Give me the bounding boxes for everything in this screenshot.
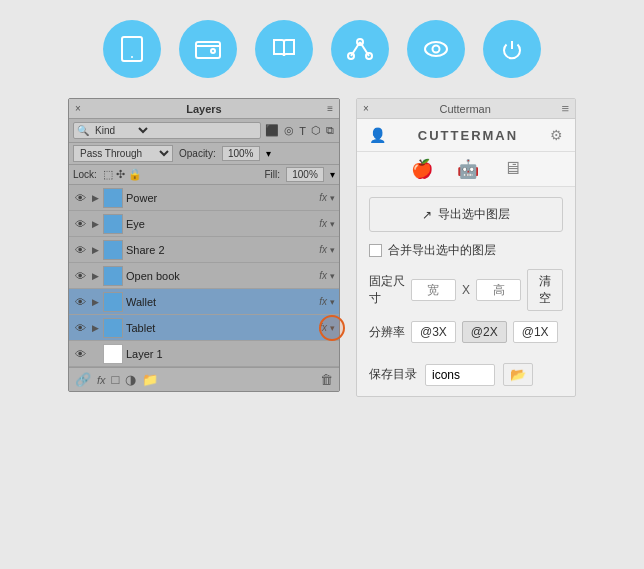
layer-item-layer1[interactable]: 👁 ▶ Layer 1	[69, 341, 339, 367]
svg-rect-2	[196, 42, 220, 58]
user-icon[interactable]: 👤	[369, 127, 386, 143]
eye-visibility-openbook[interactable]: 👁	[73, 270, 87, 282]
opacity-input[interactable]	[222, 146, 260, 161]
expand-share2[interactable]: ▶	[90, 245, 100, 255]
pixel-icon[interactable]: ⬛	[264, 123, 280, 138]
cutterman-logo: CUTTERMAN	[418, 128, 518, 143]
export-button[interactable]: ↗ 导出选中图层	[369, 197, 563, 232]
lock-move[interactable]: ✣	[116, 168, 125, 181]
layers-titlebar: × Layers ≡	[69, 99, 339, 119]
res-3x-btn[interactable]: @3X	[411, 321, 456, 343]
res-1x-btn[interactable]: @1X	[513, 321, 558, 343]
eye-visibility-share2[interactable]: 👁	[73, 244, 87, 256]
gear-icon[interactable]: ⚙	[550, 127, 563, 143]
lock-icons: ⬚ ✣ 🔒	[103, 168, 142, 181]
trash-icon[interactable]: 🗑	[320, 372, 333, 387]
eye-visibility-wallet[interactable]: 👁	[73, 296, 87, 308]
eye-visibility-tablet[interactable]: 👁	[73, 322, 87, 334]
expand-openbook[interactable]: ▶	[90, 271, 100, 281]
folder-icon[interactable]: 📁	[142, 372, 158, 387]
layers-bottom-toolbar: 🔗 fx □ ◑ 📁 🗑	[69, 367, 339, 391]
opacity-arrow[interactable]: ▾	[266, 148, 271, 159]
layer-item-share2[interactable]: 👁 ▶ Share 2 fx ▾	[69, 237, 339, 263]
layer-fx-power: fx	[319, 192, 327, 203]
add-layer-icon[interactable]: □	[112, 372, 120, 387]
blend-mode-select[interactable]: Pass Through	[73, 145, 173, 162]
layer-item-eye[interactable]: 👁 ▶ Eye fx ▾	[69, 211, 339, 237]
x-label: X	[462, 283, 470, 297]
eye-visibility-layer1[interactable]: 👁	[73, 348, 87, 360]
lock-all[interactable]: 🔒	[128, 168, 142, 181]
clear-button[interactable]: 清空	[527, 269, 563, 311]
folder-button[interactable]: 📂	[503, 363, 533, 386]
lock-row: Lock: ⬚ ✣ 🔒 Fill: ▾	[69, 165, 339, 185]
cutterman-close[interactable]: ×	[363, 103, 369, 114]
dimensions-row: 固定尺寸 X 清空	[369, 269, 563, 311]
layer-arrow-eye: ▾	[330, 219, 335, 229]
layer-arrow-openbook: ▾	[330, 271, 335, 281]
lock-pixels[interactable]: ⬚	[103, 168, 113, 181]
fx-icon[interactable]: fx	[97, 374, 106, 386]
export-label: 导出选中图层	[438, 206, 510, 223]
layer-item-tablet[interactable]: 👁 ▶ Tablet fx ▾	[69, 315, 339, 341]
tab-android[interactable]: 🤖	[453, 156, 483, 182]
svg-line-7	[351, 42, 360, 56]
type-icon[interactable]: T	[298, 124, 307, 138]
layer-arrow-tablet: ▾	[330, 323, 335, 333]
tab-desktop[interactable]: 🖥	[499, 156, 525, 182]
svg-line-8	[360, 42, 369, 56]
layer-name-power: Power	[126, 192, 316, 204]
top-icon-power[interactable]	[483, 20, 541, 78]
expand-tablet[interactable]: ▶	[90, 323, 100, 333]
layer-item-openbook[interactable]: 👁 ▶ Open book fx ▾	[69, 263, 339, 289]
height-input[interactable]	[476, 279, 521, 301]
top-icon-wallet[interactable]	[179, 20, 237, 78]
layer-thumb-openbook	[103, 266, 123, 286]
layer-fx-openbook: fx	[319, 270, 327, 281]
eye-visibility-power[interactable]: 👁	[73, 192, 87, 204]
fill-input[interactable]	[286, 167, 324, 182]
layer-fx-share2: fx	[319, 244, 327, 255]
fill-arrow[interactable]: ▾	[330, 169, 335, 180]
res-2x-btn[interactable]: @2X	[462, 321, 507, 343]
layer-arrow-share2: ▾	[330, 245, 335, 255]
width-input[interactable]	[411, 279, 456, 301]
merge-label: 合并导出选中的图层	[388, 242, 496, 259]
layers-title: Layers	[186, 103, 221, 115]
shape-icon[interactable]: ⬡	[310, 123, 322, 138]
top-icon-tablet[interactable]	[103, 20, 161, 78]
kind-select[interactable]: Kind	[91, 124, 151, 137]
adjustments-icon[interactable]: ◎	[283, 123, 295, 138]
layers-search-row: 🔍 Kind ⬛ ◎ T ⬡ ⧉	[69, 119, 339, 143]
cutterman-menu[interactable]: ≡	[561, 101, 569, 116]
layers-panel: × Layers ≡ 🔍 Kind ⬛ ◎ T ⬡ ⧉ Pass Throu	[68, 98, 340, 392]
save-row: 保存目录 📂	[369, 363, 563, 386]
cutterman-title: Cutterman	[439, 103, 490, 115]
expand-power[interactable]: ▶	[90, 193, 100, 203]
top-icon-share[interactable]	[331, 20, 389, 78]
layer-thumb-power	[103, 188, 123, 208]
svg-point-9	[425, 42, 447, 56]
layers-menu[interactable]: ≡	[327, 103, 333, 114]
top-icon-book[interactable]	[255, 20, 313, 78]
layer-name-tablet: Tablet	[126, 322, 316, 334]
layer-item-power[interactable]: 👁 ▶ Power fx ▾	[69, 185, 339, 211]
top-icon-eye[interactable]	[407, 20, 465, 78]
smart-icon[interactable]: ⧉	[325, 123, 335, 138]
merge-checkbox[interactable]	[369, 244, 382, 257]
resolution-row: 分辨率 @3X @2X @1X	[369, 321, 563, 343]
eye-visibility-eye[interactable]: 👁	[73, 218, 87, 230]
expand-eye[interactable]: ▶	[90, 219, 100, 229]
export-icon: ↗	[422, 208, 432, 222]
link-icon[interactable]: 🔗	[75, 372, 91, 387]
search-box[interactable]: 🔍 Kind	[73, 122, 261, 139]
layer-item-wallet[interactable]: 👁 ▶ Wallet fx ▾	[69, 289, 339, 315]
merge-row: 合并导出选中的图层	[369, 242, 563, 259]
expand-wallet[interactable]: ▶	[90, 297, 100, 307]
save-dir-input[interactable]	[425, 364, 495, 386]
tab-apple[interactable]: 🍎	[407, 156, 437, 182]
circle-icon[interactable]: ◑	[125, 372, 136, 387]
layer-name-eye: Eye	[126, 218, 316, 230]
layers-close[interactable]: ×	[75, 103, 81, 114]
layer-thumb-eye	[103, 214, 123, 234]
